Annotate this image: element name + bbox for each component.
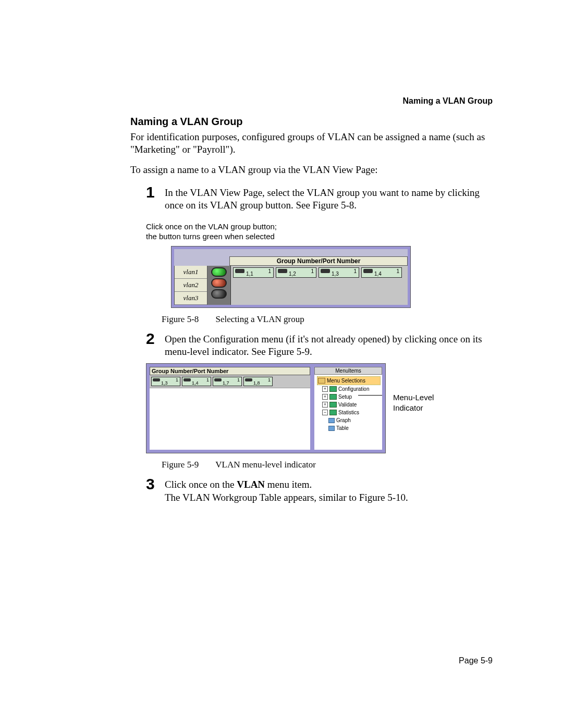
fig59-caption: Figure 5-9 VLAN menu-level indicator — [162, 460, 500, 470]
step-3-text-c: The VLAN Workgroup Table appears, simila… — [165, 492, 408, 503]
step-3-bold: VLAN — [237, 479, 265, 490]
vlan-group-button-3[interactable] — [211, 289, 227, 299]
folder-icon — [318, 378, 325, 384]
node-icon — [329, 410, 337, 415]
vlan-label-2: vlan2 — [175, 279, 207, 292]
port-cell[interactable]: 1 1,7 — [213, 377, 242, 386]
expander-icon[interactable]: + — [322, 386, 328, 392]
step-1-number: 1 — [146, 183, 165, 200]
port-sub: 1,2 — [289, 271, 296, 277]
fig58-note-line1: Click once on the VLAN group button; — [146, 222, 277, 231]
port-cell[interactable]: 1 1,2 — [276, 267, 316, 278]
node-icon — [329, 402, 337, 408]
port-icon — [363, 269, 373, 273]
fig58-caption-text: Selecting a VLAN group — [216, 314, 304, 324]
tree-root[interactable]: Menu Selections — [317, 376, 381, 385]
port-sub: 1,3 — [332, 271, 339, 277]
tree-label: Graph — [336, 416, 351, 424]
port-sub: 1,7 — [223, 380, 229, 386]
page-number: Page 5-9 — [459, 656, 493, 665]
leaf-icon — [328, 418, 335, 423]
fig59-menu-header: MenuItems — [314, 367, 382, 375]
port-cell[interactable]: 1 1,8 — [243, 377, 273, 386]
port-cell[interactable]: 1 1,4 — [361, 267, 402, 278]
fig59-callout-label: Menu-Level Indicator — [393, 363, 434, 413]
vlan-group-button-2[interactable] — [211, 278, 227, 288]
step-2-number: 2 — [146, 330, 165, 347]
step-2: 2 Open the Configuration menu (if it's n… — [146, 330, 500, 359]
port-cell[interactable]: 1 1,3 — [319, 267, 359, 278]
tree-item-graph[interactable]: Graph — [317, 416, 381, 424]
fig58-button-column — [207, 266, 231, 305]
tree-item-table[interactable]: Table — [317, 424, 381, 432]
fig58-vlan-column: vlan1 vlan2 vlan3 — [174, 266, 207, 305]
callout-line — [358, 395, 382, 396]
fig59-tree: Menu Selections + Configuration + Setup — [314, 375, 382, 434]
tree-item-setup[interactable]: + Setup — [317, 393, 381, 401]
node-icon — [329, 394, 337, 400]
step-1: 1 In the VLAN View Page, select the VLAN… — [146, 183, 500, 212]
expander-icon[interactable]: + — [322, 394, 328, 400]
step-2-text: Open the Configuration menu (if it's not… — [165, 330, 500, 359]
fig59-caption-label: Figure 5-9 — [162, 460, 199, 470]
port-cell[interactable]: 1 1,3 — [151, 377, 180, 386]
port-top: 1 — [176, 377, 178, 382]
port-sub: 1,3 — [161, 380, 168, 386]
vlan-label-1: vlan1 — [175, 266, 207, 279]
tree-label: Table — [336, 424, 349, 432]
port-sub: 1,4 — [374, 271, 382, 277]
port-sub: 1,1 — [246, 271, 253, 277]
tree-label: Configuration — [338, 385, 369, 393]
leaf-icon — [328, 426, 335, 431]
step-3-text-a: Click once on the — [165, 479, 237, 490]
figure-5-8: Group Number/Port Number vlan1 vlan2 vla… — [171, 246, 411, 308]
callout-line1: Menu-Level — [393, 393, 434, 402]
vlan-label-3: vlan3 — [175, 292, 207, 305]
port-icon — [235, 269, 244, 273]
port-top: 1 — [353, 268, 357, 274]
fig58-caption-label: Figure 5-8 — [162, 314, 199, 324]
figure-5-9: Group Number/Port Number 1 1,3 1 1,4 — [146, 363, 386, 453]
tree-item-statistics[interactable]: − Statistics — [317, 409, 381, 416]
callout-line2: Indicator — [393, 403, 423, 412]
port-cell[interactable]: 1 1,1 — [233, 267, 274, 278]
port-sub: 1,4 — [192, 380, 199, 386]
tree-item-configuration[interactable]: + Configuration — [317, 385, 381, 393]
tree-label: Setup — [338, 393, 352, 401]
fig58-note-line2: the button turns green when selected — [146, 232, 275, 241]
fig59-caption-text: VLAN menu-level indicator — [215, 460, 316, 470]
vlan-group-button-selected[interactable] — [211, 267, 227, 277]
expander-icon[interactable]: + — [322, 402, 328, 408]
tree-root-label: Menu Selections — [327, 377, 365, 385]
port-icon — [278, 269, 287, 273]
fig59-header: Group Number/Port Number — [150, 367, 310, 375]
port-icon — [183, 378, 191, 381]
fig58-note: Click once on the VLAN group button; the… — [146, 221, 500, 242]
step-3-number: 3 — [146, 475, 165, 492]
expander-icon[interactable]: − — [322, 410, 328, 415]
step-3: 3 Click once on the VLAN menu item. The … — [146, 475, 500, 504]
port-top: 1 — [268, 377, 271, 382]
node-icon — [329, 386, 337, 392]
port-top: 1 — [237, 377, 240, 382]
running-header: Naming a VLAN Group — [403, 96, 493, 106]
step-3-text-b: menu item. — [265, 479, 312, 490]
leadin-paragraph: To assign a name to a VLAN group via the… — [130, 164, 495, 176]
document-page: Naming a VLAN Group Naming a VLAN Group … — [0, 0, 563, 728]
port-top: 1 — [206, 377, 209, 382]
port-icon — [245, 378, 252, 381]
step-1-text: In the VLAN View Page, select the VLAN g… — [165, 183, 500, 212]
tree-label: Statistics — [338, 409, 359, 416]
tree-label: Validate — [338, 401, 357, 409]
port-cell[interactable]: 1 1,4 — [182, 377, 211, 386]
port-top: 1 — [311, 268, 314, 274]
port-icon — [153, 378, 160, 381]
port-icon — [321, 269, 330, 273]
fig59-menu-pane: MenuItems Menu Selections + Configuratio… — [314, 367, 382, 450]
tree-item-validate[interactable]: + Validate — [317, 401, 381, 409]
port-sub: 1,8 — [253, 380, 260, 386]
fig58-caption: Figure 5-8 Selecting a VLAN group — [162, 314, 500, 325]
intro-paragraph: For identification purposes, configured … — [130, 131, 495, 156]
port-top: 1 — [396, 268, 399, 274]
port-icon — [214, 378, 222, 381]
